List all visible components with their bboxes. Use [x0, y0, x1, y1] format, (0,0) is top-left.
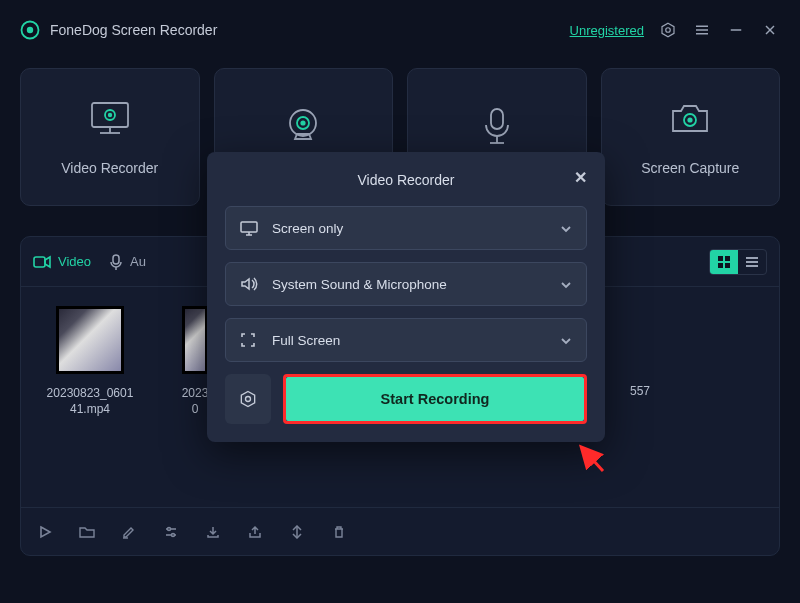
- chevron-down-icon: [560, 331, 572, 349]
- grid-icon: [717, 255, 731, 269]
- recording-settings-button[interactable]: [225, 374, 271, 424]
- tab-label: Video: [58, 254, 91, 269]
- convert-icon[interactable]: [287, 522, 307, 542]
- select-value: System Sound & Microphone: [272, 277, 560, 292]
- svg-rect-23: [34, 257, 45, 267]
- camera-icon: [667, 98, 713, 140]
- unregistered-link[interactable]: Unregistered: [570, 23, 644, 38]
- svg-rect-27: [725, 256, 730, 261]
- video-icon: [33, 255, 51, 269]
- chevron-down-icon: [560, 275, 572, 293]
- list-view-button[interactable]: [738, 250, 766, 274]
- mode-screen-capture[interactable]: Screen Capture: [601, 68, 781, 206]
- microphone-icon: [109, 254, 123, 270]
- app-title: FoneDog Screen Recorder: [50, 22, 217, 38]
- svg-rect-28: [718, 263, 723, 268]
- edit-icon[interactable]: [119, 522, 139, 542]
- close-icon[interactable]: [760, 20, 780, 40]
- mode-label: Screen Capture: [641, 160, 739, 176]
- trash-icon[interactable]: [329, 522, 349, 542]
- capture-area-select[interactable]: Full Screen: [225, 318, 587, 362]
- svg-rect-24: [113, 255, 119, 264]
- start-recording-button[interactable]: Start Recording: [286, 377, 584, 421]
- sliders-icon[interactable]: [161, 522, 181, 542]
- svg-marker-44: [241, 392, 254, 407]
- hamburger-menu-icon[interactable]: [692, 20, 712, 40]
- tab-audio[interactable]: Au: [109, 254, 146, 270]
- svg-point-37: [168, 527, 171, 530]
- mode-label: Video Recorder: [61, 160, 158, 176]
- svg-marker-43: [242, 279, 249, 289]
- svg-rect-26: [718, 256, 723, 261]
- thumbnail-image: [185, 309, 205, 371]
- select-value: Full Screen: [272, 333, 560, 348]
- close-icon[interactable]: ✕: [574, 168, 587, 187]
- grid-view-button[interactable]: [710, 250, 738, 274]
- modal-title: Video Recorder: [357, 172, 454, 188]
- microphone-icon: [479, 106, 515, 148]
- svg-point-45: [246, 397, 251, 402]
- thumbnail-filename: 557: [630, 383, 650, 399]
- tab-video[interactable]: Video: [33, 254, 91, 269]
- svg-point-1: [27, 27, 33, 33]
- svg-marker-2: [662, 23, 674, 37]
- svg-point-22: [688, 117, 693, 122]
- svg-point-17: [301, 120, 306, 125]
- audio-source-select[interactable]: System Sound & Microphone: [225, 262, 587, 306]
- share-icon[interactable]: [245, 522, 265, 542]
- folder-icon[interactable]: [77, 522, 97, 542]
- start-recording-highlight: Start Recording: [283, 374, 587, 424]
- video-recorder-modal: Video Recorder ✕ Screen only System Soun…: [207, 152, 605, 442]
- capture-source-select[interactable]: Screen only: [225, 206, 587, 250]
- thumbnail-image: [59, 309, 121, 371]
- thumbnail-filename: 2023 0: [182, 385, 209, 417]
- monitor-icon: [240, 220, 262, 236]
- thumbnail-filename: 20230823_060141.mp4: [45, 385, 135, 417]
- sound-icon: [240, 276, 262, 292]
- svg-point-38: [172, 533, 175, 536]
- app-logo: [20, 20, 40, 40]
- select-value: Screen only: [272, 221, 560, 236]
- mode-video-recorder[interactable]: Video Recorder: [20, 68, 200, 206]
- svg-rect-18: [491, 109, 503, 129]
- svg-rect-29: [725, 263, 730, 268]
- svg-point-3: [666, 28, 671, 33]
- fullscreen-icon: [240, 332, 262, 348]
- monitor-icon: [86, 98, 134, 140]
- svg-marker-33: [41, 527, 50, 537]
- svg-rect-40: [241, 222, 257, 232]
- settings-icon[interactable]: [658, 20, 678, 40]
- svg-point-14: [108, 113, 112, 117]
- minimize-icon[interactable]: [726, 20, 746, 40]
- webcam-icon: [281, 106, 325, 148]
- chevron-down-icon: [560, 219, 572, 237]
- list-icon: [745, 255, 759, 269]
- settings-icon: [238, 389, 258, 409]
- tab-label: Au: [130, 254, 146, 269]
- download-icon[interactable]: [203, 522, 223, 542]
- play-icon[interactable]: [35, 522, 55, 542]
- recording-thumbnail[interactable]: 20230823_060141.mp4: [45, 309, 135, 507]
- recording-thumbnail[interactable]: 557: [615, 309, 665, 507]
